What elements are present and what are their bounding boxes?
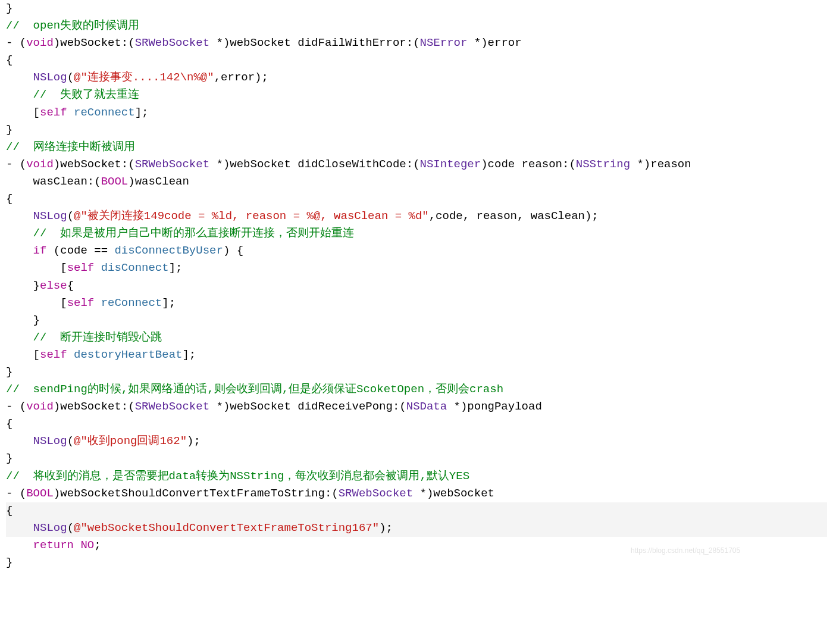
code-line: } bbox=[6, 2, 12, 15]
code-line: } bbox=[6, 556, 12, 569]
code-line: NSLog(@"收到pong回调162"); bbox=[6, 434, 201, 448]
code-line: [self reConnect]; bbox=[6, 106, 148, 119]
code-comment: // sendPing的时候,如果网络通的话,则会收到回调,但是必须保证Scok… bbox=[6, 383, 503, 396]
code-line: NSLog(@"被关闭连接149code = %ld, reason = %@,… bbox=[6, 210, 599, 223]
code-comment: // 如果是被用户自己中断的那么直接断开连接，否则开始重连 bbox=[6, 227, 354, 240]
code-comment: // 失败了就去重连 bbox=[6, 88, 139, 101]
code-line: { bbox=[6, 417, 12, 430]
code-line: } bbox=[6, 314, 40, 327]
code-comment: // open失败的时候调用 bbox=[6, 19, 139, 32]
code-line-highlighted: NSLog(@"webSocketShouldConvertTextFrameT… bbox=[6, 520, 827, 537]
code-line: - (void)webSocket:(SRWebSocket *)webSock… bbox=[6, 158, 691, 171]
code-block: } // open失败的时候调用 - (void)webSocket:(SRWe… bbox=[0, 0, 833, 577]
code-line: } bbox=[6, 452, 12, 465]
code-line: NSLog(@"连接事变....142\n%@",error); bbox=[6, 71, 268, 84]
code-line: wasClean:(BOOL)wasClean bbox=[6, 175, 189, 188]
code-line: { bbox=[6, 54, 12, 67]
code-line: if (code == disConnectByUser) { bbox=[6, 244, 243, 257]
code-line-highlighted: { bbox=[6, 502, 827, 520]
code-line: return NO; bbox=[6, 539, 101, 552]
code-line: [self destoryHeartBeat]; bbox=[6, 348, 196, 361]
code-comment: // 断开连接时销毁心跳 bbox=[6, 331, 162, 344]
code-line: [self disConnect]; bbox=[6, 261, 182, 274]
code-line: { bbox=[6, 192, 12, 205]
code-line: } bbox=[6, 123, 12, 136]
code-line: } bbox=[6, 365, 12, 379]
code-comment: // 网络连接中断被调用 bbox=[6, 140, 135, 154]
code-comment: // 将收到的消息，是否需要把data转换为NSString，每次收到消息都会被… bbox=[6, 470, 469, 483]
code-line: - (void)webSocket:(SRWebSocket *)webSock… bbox=[6, 400, 542, 413]
code-line: - (BOOL)webSocketShouldConvertTextFrameT… bbox=[6, 487, 494, 500]
code-line: }else{ bbox=[6, 279, 74, 292]
code-line: [self reConnect]; bbox=[6, 296, 176, 310]
code-line: - (void)webSocket:(SRWebSocket *)webSock… bbox=[6, 36, 522, 49]
